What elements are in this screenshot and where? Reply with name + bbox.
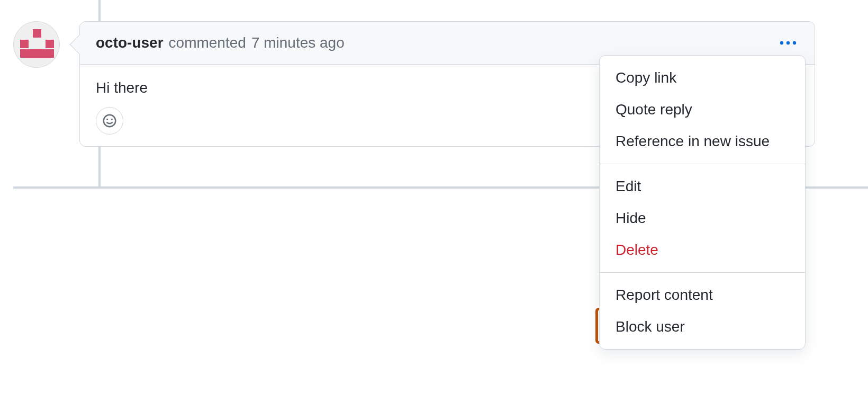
comment-author[interactable]: octo-user bbox=[96, 34, 164, 51]
menu-divider bbox=[600, 272, 805, 273]
comment-actions-kebab-button[interactable] bbox=[777, 32, 799, 54]
menu-item-edit[interactable]: Edit bbox=[600, 171, 805, 202]
menu-item-hide[interactable]: Hide bbox=[600, 202, 805, 234]
menu-item-delete[interactable]: Delete bbox=[600, 234, 805, 266]
add-reaction-button[interactable] bbox=[96, 107, 123, 135]
comment-action-text: commented bbox=[169, 34, 246, 51]
menu-item-quote-reply[interactable]: Quote reply bbox=[600, 94, 805, 126]
svg-point-0 bbox=[780, 41, 783, 44]
menu-item-block-user[interactable]: Block user bbox=[600, 311, 805, 343]
comment-timestamp[interactable]: 7 minutes ago bbox=[251, 34, 345, 51]
menu-item-copy-link[interactable]: Copy link bbox=[600, 62, 805, 94]
smiley-icon bbox=[102, 113, 117, 129]
comment-header-meta: octo-user commented 7 minutes ago bbox=[96, 34, 345, 51]
comment-actions-menu: Copy linkQuote replyReference in new iss… bbox=[599, 55, 806, 350]
svg-point-2 bbox=[793, 41, 796, 44]
svg-point-1 bbox=[786, 41, 790, 44]
menu-item-reference-new-issue[interactable]: Reference in new issue bbox=[600, 126, 805, 157]
avatar[interactable] bbox=[13, 21, 60, 68]
menu-divider bbox=[600, 164, 805, 164]
menu-item-report-content[interactable]: Report content bbox=[600, 279, 805, 311]
kebab-horizontal-icon bbox=[779, 40, 797, 46]
